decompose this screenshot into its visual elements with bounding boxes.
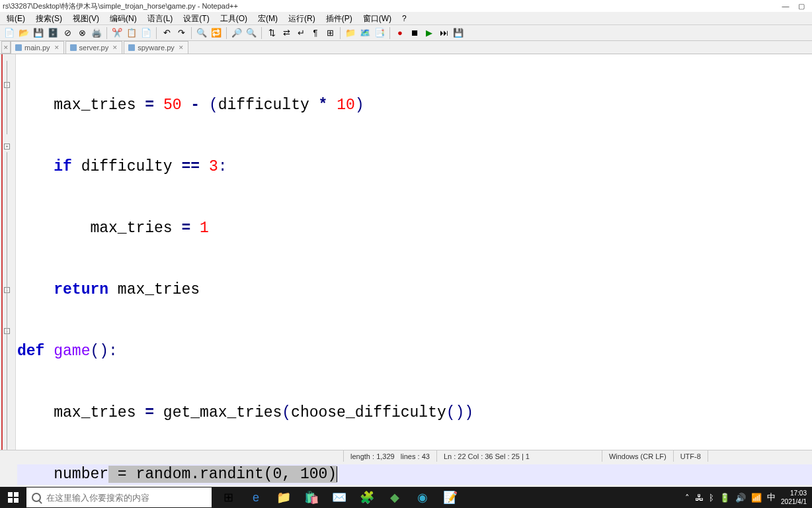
taskbar[interactable]: ⊞ e 📁 🛍️ ✉️ 🧩 ◆ ◉ 📝 ˄ 🖧 ᛒ 🔋 🔊 📶 中 17:03 … bbox=[0, 487, 812, 508]
tab-label: spyware.py bbox=[138, 42, 175, 54]
func-list-icon[interactable]: 📑 bbox=[373, 26, 386, 40]
zoom-in-icon[interactable]: 🔎 bbox=[230, 26, 243, 40]
volume-icon[interactable]: 🔊 bbox=[735, 493, 746, 503]
find-icon[interactable]: 🔍 bbox=[195, 26, 208, 40]
clock-date: 2021/4/1 bbox=[781, 497, 807, 506]
file-icon bbox=[128, 44, 135, 51]
stop-icon[interactable]: ⏹ bbox=[408, 26, 421, 40]
sync-v-icon[interactable]: ⇅ bbox=[265, 26, 278, 40]
sync-h-icon[interactable]: ⇄ bbox=[280, 26, 293, 40]
maximize-button[interactable]: ▢ bbox=[797, 0, 805, 12]
fold-margin[interactable]: - + - - bbox=[0, 54, 16, 450]
taskbar-search[interactable] bbox=[26, 487, 212, 507]
play-multi-icon[interactable]: ⏭ bbox=[437, 26, 450, 40]
start-button[interactable] bbox=[0, 487, 26, 508]
menu-view[interactable]: 视图(V) bbox=[67, 12, 104, 24]
fold-line bbox=[7, 152, 7, 450]
show-all-icon[interactable]: ¶ bbox=[309, 26, 322, 40]
battery-icon[interactable]: 🔋 bbox=[719, 493, 730, 503]
tab-close-icon[interactable]: ✕ bbox=[1, 41, 11, 54]
app-icon[interactable]: ◆ bbox=[381, 487, 409, 508]
play-icon[interactable]: ▶ bbox=[423, 26, 436, 40]
task-icons: ⊞ e 📁 🛍️ ✉️ 🧩 ◆ ◉ 📝 bbox=[214, 487, 464, 508]
system-tray[interactable]: ˄ 🖧 ᛒ 🔋 🔊 📶 中 17:03 2021/4/1 bbox=[685, 489, 812, 506]
tab-close-x-icon[interactable]: ✕ bbox=[179, 42, 184, 54]
wrap-icon[interactable]: ↵ bbox=[294, 26, 307, 40]
tab-server[interactable]: server.py✕ bbox=[65, 41, 123, 54]
title-bar: rs\33287\Desktop\特洛伊木马\simple_trojan_hor… bbox=[0, 0, 812, 12]
search-icon bbox=[32, 493, 41, 502]
menu-window[interactable]: 窗口(W) bbox=[358, 12, 397, 24]
network-icon[interactable]: 🖧 bbox=[695, 493, 704, 503]
code-area[interactable]: max_tries = 50 - (difficulty * 10) if di… bbox=[16, 54, 812, 450]
explorer-icon[interactable]: 📁 bbox=[270, 487, 298, 508]
store-icon[interactable]: 🛍️ bbox=[298, 487, 325, 508]
app-icon[interactable]: 🧩 bbox=[353, 487, 381, 508]
tab-label: server.py bbox=[79, 42, 109, 54]
undo-icon[interactable]: ↶ bbox=[160, 26, 173, 40]
save-all-icon[interactable]: 🗄️ bbox=[46, 26, 60, 40]
chevron-up-icon[interactable]: ˄ bbox=[685, 493, 690, 503]
tab-label: main.py bbox=[24, 42, 50, 54]
menu-search[interactable]: 搜索(S) bbox=[30, 12, 67, 24]
editor[interactable]: - + - - max_tries = 50 - (difficulty * 1… bbox=[0, 54, 812, 450]
redo-icon[interactable]: ↷ bbox=[175, 26, 188, 40]
tab-close-x-icon[interactable]: ✕ bbox=[112, 42, 118, 54]
change-marker bbox=[1, 54, 3, 450]
menu-run[interactable]: 运行(R) bbox=[283, 12, 321, 24]
windows-icon bbox=[8, 492, 19, 503]
tab-bar: ✕ main.py✕ server.py✕ spyware.py✕ bbox=[0, 41, 812, 54]
save-icon[interactable]: 💾 bbox=[32, 26, 45, 40]
mail-icon[interactable]: ✉️ bbox=[325, 487, 353, 508]
close-all-icon[interactable]: ⊗ bbox=[75, 26, 89, 40]
open-file-icon[interactable]: 📂 bbox=[17, 26, 30, 40]
clock-time: 17:03 bbox=[781, 489, 807, 497]
window-title: rs\33287\Desktop\特洛伊木马\simple_trojan_hor… bbox=[3, 0, 238, 12]
menu-encoding[interactable]: 编码(N) bbox=[104, 12, 142, 24]
search-input[interactable] bbox=[46, 493, 206, 503]
menu-plugins[interactable]: 插件(P) bbox=[321, 12, 358, 24]
toolbar: 📄 📂 💾 🗄️ ⊘ ⊗ 🖨️ ✂️ 📋 📄 ↶ ↷ 🔍 🔁 🔎 🔍 ⇅ ⇄ ↵… bbox=[0, 25, 812, 41]
menu-settings[interactable]: 设置(T) bbox=[178, 12, 214, 24]
tab-close-x-icon[interactable]: ✕ bbox=[54, 42, 60, 54]
bluetooth-icon[interactable]: ᛒ bbox=[709, 493, 714, 503]
code-line: max_tries = 50 - (difficulty * 10) bbox=[17, 95, 812, 116]
print-icon[interactable]: 🖨️ bbox=[90, 26, 103, 40]
code-line: max_tries = get_max_tries(choose_difficu… bbox=[17, 403, 812, 423]
menu-bar: 辑(E) 搜索(S) 视图(V) 编码(N) 语言(L) 设置(T) 工具(O)… bbox=[0, 12, 812, 25]
app-icon[interactable]: ◉ bbox=[409, 487, 436, 508]
code-line: return max_tries bbox=[17, 280, 812, 300]
zoom-out-icon[interactable]: 🔍 bbox=[245, 26, 258, 40]
fold-plus-icon[interactable]: + bbox=[4, 144, 10, 149]
file-icon bbox=[15, 44, 22, 51]
menu-macro[interactable]: 宏(M) bbox=[253, 12, 283, 24]
text-selection: = random.randint(0, 100) bbox=[108, 466, 337, 483]
text-caret bbox=[337, 466, 337, 482]
folder-icon[interactable]: 📁 bbox=[344, 26, 357, 40]
record-icon[interactable]: ● bbox=[393, 26, 407, 40]
notepadpp-icon[interactable]: 📝 bbox=[436, 487, 464, 508]
menu-help[interactable]: ? bbox=[397, 12, 412, 24]
cut-icon[interactable]: ✂️ bbox=[110, 26, 124, 40]
copy-icon[interactable]: 📋 bbox=[125, 26, 138, 40]
edge-icon[interactable]: e bbox=[242, 487, 270, 508]
window-controls: — ▢ bbox=[782, 0, 809, 12]
task-view-icon[interactable]: ⊞ bbox=[214, 487, 242, 508]
minimize-button[interactable]: — bbox=[782, 0, 790, 12]
tab-main[interactable]: main.py✕ bbox=[11, 41, 64, 54]
doc-map-icon[interactable]: 🗺️ bbox=[358, 26, 372, 40]
menu-language[interactable]: 语言(L) bbox=[142, 12, 179, 24]
tab-spyware[interactable]: spyware.py✕ bbox=[124, 41, 188, 54]
paste-icon[interactable]: 📄 bbox=[140, 26, 153, 40]
wifi-icon[interactable]: 📶 bbox=[751, 493, 762, 503]
indent-guide-icon[interactable]: ⊞ bbox=[323, 26, 337, 40]
save-macro-icon[interactable]: 💾 bbox=[452, 26, 465, 40]
menu-tools[interactable]: 工具(O) bbox=[215, 12, 253, 24]
ime-icon[interactable]: 中 bbox=[767, 491, 776, 503]
clock[interactable]: 17:03 2021/4/1 bbox=[781, 489, 807, 506]
new-file-icon[interactable]: 📄 bbox=[3, 26, 16, 40]
menu-edit[interactable]: 辑(E) bbox=[1, 12, 30, 24]
close-icon[interactable]: ⊘ bbox=[61, 26, 74, 40]
replace-icon[interactable]: 🔁 bbox=[210, 26, 223, 40]
code-line: def game(): bbox=[17, 341, 812, 362]
